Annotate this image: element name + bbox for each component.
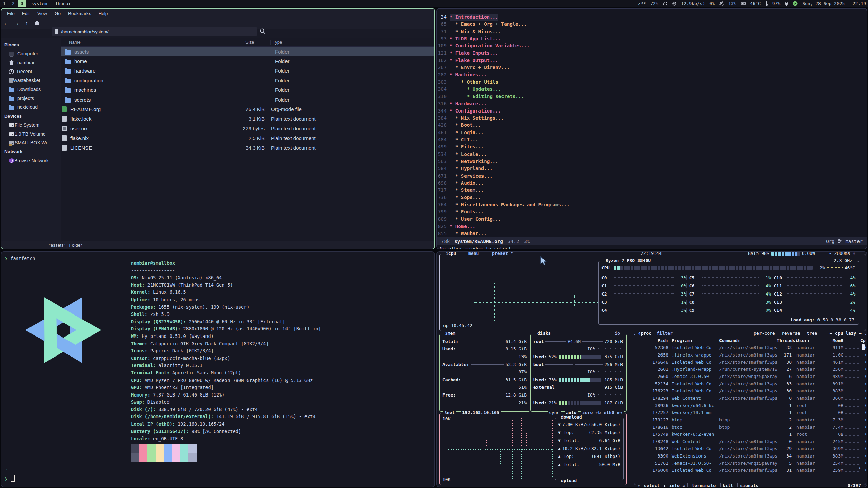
per-core-toggle[interactable]: per-core xyxy=(752,331,776,336)
tab-mem[interactable]: 2mem xyxy=(444,331,457,336)
info-key[interactable]: info ↵ xyxy=(667,483,688,487)
org-heading-line[interactable]: 304 * Updates... xyxy=(437,86,867,93)
process-row[interactable]: 175749 kworker/6:2-even 1 root 0B 0.0 xyxy=(634,431,866,438)
menu-item[interactable]: Bookmarks xyxy=(64,11,95,16)
org-heading-line[interactable]: 534 * Locale... xyxy=(437,151,867,158)
org-heading-line[interactable]: 121 * Flake Inputs... xyxy=(437,49,867,57)
sidebar-item[interactable]: nambiar xyxy=(1,58,61,67)
preset-button[interactable]: preset * xyxy=(491,251,515,256)
file-row[interactable]: LICENSE 34,3 KiB Plain text document xyxy=(61,143,434,152)
org-heading-line[interactable]: 809 * User Config... xyxy=(437,216,867,223)
terminate-key[interactable]: terminate xyxy=(690,483,718,487)
process-row[interactable]: 52368 Isolated Web Co /nix/store/sm8fmrf… xyxy=(634,344,866,351)
sidebar-item[interactable]: SMALLBOX Wi... xyxy=(1,138,61,147)
workspace-button[interactable]: 1 xyxy=(0,0,9,7)
file-row[interactable]: machines Folder xyxy=(61,85,434,95)
kill-key[interactable]: kill xyxy=(720,483,735,487)
org-heading-line[interactable]: 310 * Editing secrets... xyxy=(437,93,867,100)
process-row[interactable]: 51762 .emacs-31.0.50- /nix/store/wnqz5pa… xyxy=(634,460,866,467)
proc-header[interactable]: Pid: Program: Command: Threads: User: Me… xyxy=(634,337,866,344)
sidebar-item[interactable]: Network xyxy=(1,147,61,156)
sidebar-item[interactable]: projects xyxy=(1,94,61,103)
org-heading-line[interactable]: 764 * Miscellaneous Packages and Program… xyxy=(437,201,867,208)
process-row[interactable]: 176646 Isolated Web Co /nix/store/sm8fmr… xyxy=(634,359,866,366)
sidebar-item[interactable]: Recent xyxy=(1,67,61,76)
org-heading-line[interactable]: 34 * Introduction... xyxy=(437,14,867,21)
path-input[interactable]: /home/nambiar/system/ xyxy=(52,27,257,36)
org-heading-line[interactable]: 162 * Flake Output... xyxy=(437,57,867,64)
menu-item[interactable]: File xyxy=(3,11,18,16)
process-row[interactable]: 2658 .firefox-wrappe /nix/store/sm8fmrf3… xyxy=(634,351,866,359)
sidebar-item[interactable]: Places xyxy=(1,40,61,49)
file-row[interactable]: home Folder xyxy=(61,56,434,66)
org-heading-line[interactable]: 855 * Waubar... xyxy=(437,230,867,237)
process-row[interactable]: 2660 .emacs-31.0.50- /nix/store/wnqz5pa8… xyxy=(634,373,866,380)
org-heading-line[interactable]: 461 * Login... xyxy=(437,129,867,136)
file-row[interactable]: assets Folder xyxy=(61,47,434,56)
net-sync-button[interactable]: sync xyxy=(548,410,561,415)
org-heading-line[interactable]: 428 * Boot... xyxy=(437,122,867,129)
org-heading-line[interactable]: 825 * Home... xyxy=(437,223,867,230)
back-button[interactable]: ← xyxy=(1,20,12,26)
forward-button[interactable]: → xyxy=(12,20,22,26)
process-row[interactable]: 178248 Web Content /nix/store/sm8fmrf3wp… xyxy=(634,438,866,445)
org-heading-line[interactable]: 282 * Machines... xyxy=(437,71,867,78)
org-heading-line[interactable]: 316 * Hardware... xyxy=(437,100,867,107)
sidebar-item[interactable]: nextcloud xyxy=(1,103,61,111)
menu-item[interactable]: View xyxy=(34,11,51,16)
org-heading-line[interactable]: 109 * Configuration Variables... xyxy=(437,42,867,49)
org-heading-line[interactable]: 499 * Files... xyxy=(437,143,867,150)
file-row[interactable]: README.org 76,4 KiB Org-mode file xyxy=(61,104,434,114)
column-header-size[interactable]: Size xyxy=(243,40,270,45)
file-row[interactable]: flake.nix 2,5 KiB Plain text document xyxy=(61,134,434,143)
file-row[interactable]: user.nix 229 bytes Plain text document xyxy=(61,124,434,133)
sidebar-item[interactable]: Downloads xyxy=(1,85,61,94)
sidebar-item[interactable]: Wastebasket xyxy=(1,76,61,85)
sidebar-item[interactable]: Computer xyxy=(1,49,61,58)
filter-button[interactable]: filter xyxy=(655,331,674,336)
column-header-type[interactable]: Type xyxy=(270,40,434,45)
sidebar-item[interactable]: Devices xyxy=(1,111,61,120)
up-button[interactable]: ↑ xyxy=(22,20,32,26)
tab-proc[interactable]: 4proc xyxy=(637,331,653,336)
sort-column-selector[interactable]: ← cpu lazy → xyxy=(828,331,863,336)
idle-inhibitor-icon[interactable]: zᶻᶻ xyxy=(638,1,646,6)
org-heading-line[interactable]: 384 * Nix Settings... xyxy=(437,115,867,122)
clock[interactable]: Sun, 28 Sep 2025 - 22:19 xyxy=(802,1,866,6)
process-row[interactable]: 3390 WebExtensions /nix/store/sm8fmrf3wp… xyxy=(634,452,866,460)
signals-key[interactable]: signals xyxy=(737,483,761,487)
org-heading-line[interactable]: 65 * Emacs + Org + Tangle... xyxy=(437,21,867,28)
refresh-ms-control[interactable]: - 2000ms + xyxy=(828,251,857,256)
org-heading-line[interactable]: 717 * Steam... xyxy=(437,187,867,194)
process-row[interactable]: 13642 Isolated Web Co /nix/store/sm8fmrf… xyxy=(634,445,866,452)
process-row[interactable]: 52134 Isolated Web Co /nix/store/sm8fmrf… xyxy=(634,380,866,387)
process-row[interactable]: 179127 btop btop 2 nambiar 7.3M 0.0 xyxy=(634,416,866,423)
search-icon[interactable] xyxy=(260,28,266,36)
file-row[interactable]: flake.lock 3,1 KiB Plain text document xyxy=(61,114,434,124)
shell-input[interactable]: ❯ xyxy=(5,475,15,482)
menu-item[interactable]: Edit xyxy=(18,11,34,16)
menu-item[interactable]: Help xyxy=(95,11,112,16)
process-row[interactable]: 176000 Isolated Web Co /nix/store/sm8fmr… xyxy=(634,467,866,474)
sidebar-item[interactable]: 1,0 TB Volume xyxy=(1,129,61,138)
menu-item[interactable]: Go xyxy=(51,11,64,16)
workspace-button[interactable]: 3 xyxy=(18,0,26,7)
process-row[interactable]: 2601 .Hyprland-wrapp /run/current-system… xyxy=(634,366,866,373)
org-heading-line[interactable]: 344 * Configuration... xyxy=(437,107,867,115)
reverse-toggle[interactable]: reverse xyxy=(780,331,802,336)
file-row[interactable]: secrets Folder xyxy=(61,95,434,104)
org-heading-line[interactable]: 584 * Hyprland... xyxy=(437,165,867,172)
org-heading-line[interactable]: 267 * Envrc + Direnv... xyxy=(437,64,867,71)
org-heading-line[interactable]: 303 * Other Utils xyxy=(437,79,867,86)
org-heading-line[interactable]: 71 * Nix & Nixos... xyxy=(437,28,867,35)
org-heading-line[interactable]: 671 * Services... xyxy=(437,172,867,180)
org-heading-line[interactable]: 736 * Sops... xyxy=(437,194,867,201)
io-mode-button[interactable]: io xyxy=(613,331,622,336)
select-key[interactable]: select xyxy=(642,483,662,487)
org-heading-line[interactable]: 698 * Audio... xyxy=(437,180,867,187)
sidebar-item[interactable]: File System xyxy=(1,121,61,129)
org-heading-line[interactable]: 799 * Fonts... xyxy=(437,208,867,216)
file-row[interactable]: hardware Folder xyxy=(61,66,434,76)
org-heading-line[interactable]: 484 * CLI... xyxy=(437,136,867,143)
tab-cpu[interactable]: 1cpu xyxy=(445,251,457,256)
